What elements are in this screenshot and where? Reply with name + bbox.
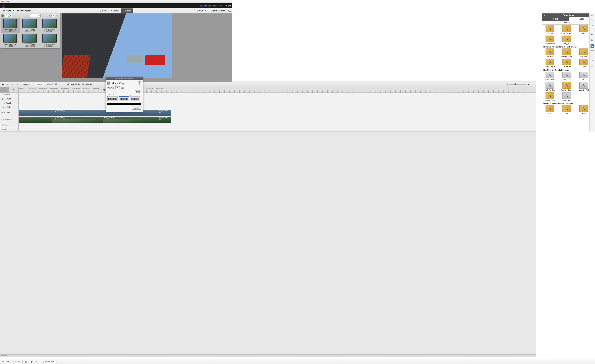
align-center-option[interactable] xyxy=(119,96,129,101)
add-media-button[interactable]: Add Media▼ xyxy=(0,9,15,13)
clip-timecode: 00;00;22;20 xyxy=(21,45,39,47)
ruler-tick: 00;01;12;02 xyxy=(156,87,164,89)
playhead-line xyxy=(104,93,104,131)
zoom-window-icon[interactable] xyxy=(7,1,9,2)
ruler-tick: 00;00;36;00 xyxy=(50,87,58,89)
ruler-tick: 00;00;28;00 xyxy=(28,87,36,89)
goto-start-icon[interactable]: |◀ xyxy=(66,83,69,86)
ffwd-icon[interactable]: ▶▶ xyxy=(86,83,89,86)
macos-titlebar xyxy=(0,0,232,3)
transition-name: Magic Carpet xyxy=(112,82,137,85)
rewind-icon[interactable]: ◀◀ xyxy=(71,83,73,86)
ruler-tick: 00;00;32;00 xyxy=(39,87,47,89)
create-button[interactable]: Create▼ xyxy=(196,9,207,13)
project-assets-button[interactable]: Project Assets▼ xyxy=(16,9,35,13)
ruler-tick: 00;00;44;00 xyxy=(72,87,80,89)
properties-icon[interactable]: ▤ xyxy=(11,83,14,86)
minimize-window-icon[interactable] xyxy=(4,1,6,2)
assets-image-icon[interactable]: ▭ xyxy=(5,14,8,17)
workspace-modes: Quick Guided Expert xyxy=(97,8,133,13)
assets-trash-icon[interactable]: 🗑 xyxy=(48,14,51,17)
transition-swatch-icon xyxy=(107,82,110,85)
clip-name: IMG_0386.mov xyxy=(41,43,58,45)
app-header: ◎ My new video project.prel Save xyxy=(0,3,232,8)
clip-thumbnail xyxy=(43,19,56,28)
dialog-close-icon[interactable]: × xyxy=(141,77,142,80)
clip-name: IMG_0381.mov xyxy=(21,29,39,30)
clip-name: IMG_0385.mov xyxy=(21,43,39,45)
clip-timecode: 00;00;23;19 xyxy=(41,45,58,47)
ruler-tick: ;24;00 xyxy=(19,87,23,89)
clip-timecode: 00;00;20;13 xyxy=(41,30,58,32)
current-timecode[interactable]: 00;00;53;19 xyxy=(47,83,57,86)
clip-timecode: 00;00;18;00 xyxy=(1,30,19,32)
assets-search-icon[interactable]: 🔍 xyxy=(38,14,40,17)
asset-clip[interactable]: IMG_0383.mov 00;00;20;13 xyxy=(40,18,59,33)
main-toolbar: Add Media▼ Project Assets▼ Quick Guided … xyxy=(0,8,232,14)
assets-wand-icon[interactable]: ✎ xyxy=(51,14,55,17)
align-left-option[interactable] xyxy=(107,96,118,101)
clip-name: IMG_0383.mov xyxy=(41,29,58,30)
track-audio1: ▽🔊▭Audio 1 IMG_0384.mov [A] IMG_0383.mov… xyxy=(0,116,232,123)
snapshot-icon[interactable]: 📷 xyxy=(1,83,5,86)
duration-input[interactable] xyxy=(115,86,120,89)
main-area: ▦ ▭ 🔊 🔍 📁 🗑 ✎ ≡ IMG_0380.mov 00;00;18;00… xyxy=(0,14,232,82)
assets-grid-view-icon[interactable]: ▦ xyxy=(1,14,4,17)
play-icon[interactable]: ▶ xyxy=(78,83,81,86)
assets-folder-icon[interactable]: 📁 xyxy=(44,14,47,17)
markers-dropdown[interactable]: ◇Markers▾ xyxy=(20,83,30,86)
dialog-titlebar[interactable]: Transition Adjustments × xyxy=(106,77,143,80)
step-back-icon[interactable]: ◀| xyxy=(74,83,77,86)
clip-timecode: 00;00;21;06 xyxy=(21,30,39,32)
ruler-tick: 00;00;40;00 xyxy=(61,87,69,89)
goto-end-icon[interactable]: ▶| xyxy=(90,83,93,86)
settings-gear-icon[interactable] xyxy=(228,9,231,13)
duration-unit: Sec. xyxy=(121,87,124,89)
mode-guided[interactable]: Guided xyxy=(109,8,121,13)
ruler-mode-audio-icon[interactable]: ∿ xyxy=(9,87,19,93)
duration-label: Duration xyxy=(107,87,114,89)
clip-name: IMG_0380.mov xyxy=(1,29,19,30)
align-right-option[interactable] xyxy=(130,96,140,101)
timeline-trash-icon[interactable]: 🗑 xyxy=(15,83,19,86)
transition-delete-icon[interactable]: 🗑 xyxy=(138,81,141,85)
duplicate-icon[interactable]: ⧉ xyxy=(6,83,10,86)
clip-thumbnail xyxy=(43,34,56,43)
ruler-tick: 00;01;08;02 xyxy=(146,87,154,89)
transition-preview-strip xyxy=(107,103,141,105)
clip-timecode: 00;00;21;11 xyxy=(1,45,19,47)
playback-controls: |◀ ◀◀ ◀| ▶ |▶ ▶▶ ▶| xyxy=(66,83,93,86)
asset-clip[interactable]: IMG_0386.mov 00;00;23;19 xyxy=(40,33,59,48)
ruler-mode-time-icon[interactable]: ⬚ xyxy=(0,87,9,93)
step-fwd-icon[interactable]: |▶ xyxy=(82,83,85,86)
clip-name: IMG_0384.mov xyxy=(1,43,19,45)
save-button[interactable]: Save xyxy=(226,5,231,7)
track-voice: ▸🎤Voice xyxy=(0,123,232,127)
ruler-tick: 00;00;52;0 xyxy=(93,87,100,89)
asset-clip[interactable]: IMG_0385.mov 00;00;22;20 xyxy=(20,33,39,48)
mode-quick[interactable]: Quick xyxy=(97,8,108,13)
assets-toolbar: ▦ ▭ 🔊 🔍 📁 🗑 ✎ ≡ xyxy=(0,14,60,18)
less-button[interactable]: Less xyxy=(135,91,141,93)
render-button[interactable]: Render xyxy=(35,83,44,86)
preview-canvas[interactable] xyxy=(62,14,172,78)
apply-button[interactable]: Apply xyxy=(132,106,141,110)
project-assets-panel: ▦ ▭ 🔊 🔍 📁 🗑 ✎ ≡ IMG_0380.mov 00;00;18;00… xyxy=(0,14,60,48)
ruler-tick: 00;00;48;00 xyxy=(83,87,91,89)
asset-clip[interactable]: IMG_0381.mov 00;00;21;06 xyxy=(20,18,39,33)
mode-expert[interactable]: Expert xyxy=(121,8,133,13)
assets-audio-icon[interactable]: 🔊 xyxy=(9,14,12,17)
app-logo-icon: ◎ xyxy=(2,4,5,8)
project-filename: My new video project.prel xyxy=(200,5,223,7)
clip-thumbnail xyxy=(23,19,36,28)
alignment-label: Alignment xyxy=(107,93,141,95)
export-share-button[interactable]: Export & Share xyxy=(209,9,227,13)
mouse-cursor-icon: ➤ xyxy=(129,94,132,97)
asset-clip[interactable]: IMG_0384.mov 00;00;21;11 xyxy=(1,33,20,48)
asset-clip[interactable]: IMG_0380.mov 00;00;18;00 xyxy=(1,18,20,33)
clip-thumbnail xyxy=(4,19,17,28)
clip-thumbnail xyxy=(23,34,36,43)
close-window-icon[interactable] xyxy=(1,1,3,2)
clip-thumbnail xyxy=(4,34,17,43)
assets-menu-icon[interactable]: ≡ xyxy=(55,14,59,17)
